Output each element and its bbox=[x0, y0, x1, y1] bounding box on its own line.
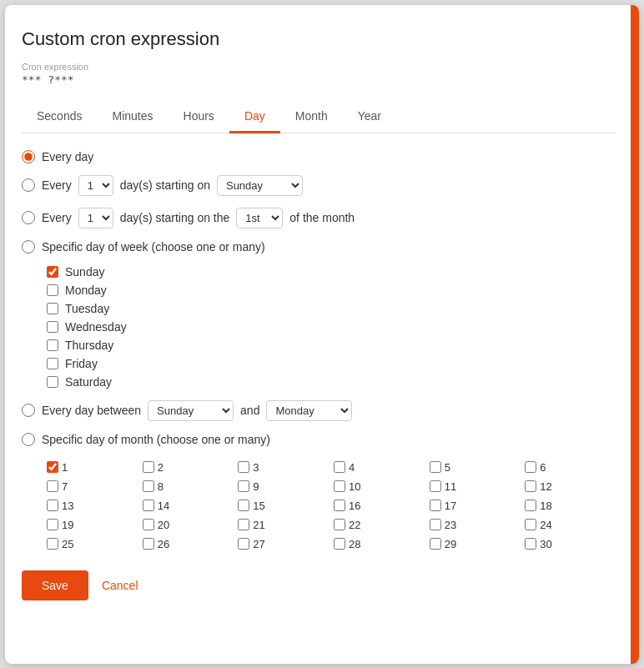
day-friday-label: Friday bbox=[65, 357, 98, 370]
tab-minutes[interactable]: Minutes bbox=[97, 101, 168, 133]
month-day-20-checkbox[interactable] bbox=[143, 519, 154, 530]
day-thursday-checkbox[interactable] bbox=[47, 339, 58, 351]
option-every-x-days-radio[interactable] bbox=[22, 178, 35, 192]
every-x-days-on-label2: day(s) starting on the bbox=[120, 211, 230, 224]
every-x-days-on-position-select[interactable]: 1st2nd3rd4th5th bbox=[236, 208, 283, 229]
month-day-17: 17 bbox=[430, 500, 521, 512]
month-day-19: 19 bbox=[47, 519, 138, 531]
month-day-14-checkbox[interactable] bbox=[143, 500, 154, 511]
option-every-day-label: Every day bbox=[42, 150, 93, 163]
day-wednesday-label: Wednesday bbox=[65, 320, 127, 334]
month-day-30-checkbox[interactable] bbox=[525, 538, 536, 550]
month-day-11-checkbox[interactable] bbox=[430, 480, 441, 492]
day-tuesday-checkbox[interactable] bbox=[47, 303, 58, 314]
month-day-27-checkbox[interactable] bbox=[238, 538, 249, 550]
month-day-11: 11 bbox=[430, 480, 521, 493]
specific-dom-label: Specific day of month (choose one or man… bbox=[42, 433, 270, 446]
tabs-container: Seconds Minutes Hours Day Month Year bbox=[22, 101, 616, 133]
month-day-10: 10 bbox=[334, 480, 425, 493]
month-day-23-checkbox[interactable] bbox=[430, 519, 441, 530]
option-every-day-radio[interactable] bbox=[22, 150, 35, 163]
month-day-17-checkbox[interactable] bbox=[430, 500, 441, 511]
option-specific-dom-radio[interactable] bbox=[22, 433, 35, 446]
month-day-15-checkbox[interactable] bbox=[238, 500, 249, 511]
month-day-8: 8 bbox=[143, 480, 234, 493]
month-day-1-checkbox[interactable] bbox=[47, 461, 58, 473]
month-day-29: 29 bbox=[430, 538, 521, 550]
month-day-28: 28 bbox=[334, 538, 425, 550]
month-day-18: 18 bbox=[525, 500, 616, 512]
month-day-2-checkbox[interactable] bbox=[143, 461, 154, 473]
month-day-16-checkbox[interactable] bbox=[334, 500, 345, 511]
month-day-19-checkbox[interactable] bbox=[47, 519, 58, 530]
day-monday-label: Monday bbox=[65, 284, 107, 297]
month-day-20: 20 bbox=[143, 519, 234, 531]
option-specific-dom-row: Specific day of month (choose one or man… bbox=[22, 433, 616, 446]
day-friday: Friday bbox=[47, 357, 616, 370]
month-day-4-checkbox[interactable] bbox=[334, 461, 345, 473]
tab-seconds[interactable]: Seconds bbox=[22, 101, 97, 133]
month-day-24: 24 bbox=[525, 519, 616, 531]
every-x-days-start-select[interactable]: SundayMondayTuesdayWednesdayThursdayFrid… bbox=[217, 175, 303, 196]
month-day-4: 4 bbox=[334, 461, 425, 474]
month-day-13-checkbox[interactable] bbox=[47, 500, 58, 511]
option-every-day-row: Every day bbox=[22, 150, 616, 163]
tab-hours[interactable]: Hours bbox=[169, 101, 229, 133]
every-x-days-count-select[interactable]: 1234567 bbox=[78, 175, 113, 196]
month-day-5-checkbox[interactable] bbox=[430, 461, 441, 473]
save-button[interactable]: Save bbox=[22, 570, 88, 600]
month-day-18-checkbox[interactable] bbox=[525, 500, 536, 511]
day-sunday-checkbox[interactable] bbox=[47, 266, 58, 278]
month-day-25-checkbox[interactable] bbox=[47, 538, 58, 550]
month-day-21-checkbox[interactable] bbox=[238, 519, 249, 530]
every-day-between-label1: Every day between bbox=[42, 404, 141, 417]
month-day-26: 26 bbox=[143, 538, 234, 550]
month-day-14: 14 bbox=[143, 500, 234, 512]
day-wednesday-checkbox[interactable] bbox=[47, 321, 58, 333]
month-day-9-checkbox[interactable] bbox=[238, 480, 249, 492]
month-day-22-checkbox[interactable] bbox=[334, 519, 345, 530]
month-day-24-checkbox[interactable] bbox=[525, 519, 536, 530]
month-day-3: 3 bbox=[238, 461, 329, 474]
option-every-day-between-radio[interactable] bbox=[22, 404, 35, 417]
month-day-26-checkbox[interactable] bbox=[143, 538, 154, 550]
month-day-3-checkbox[interactable] bbox=[238, 461, 249, 473]
buttons-row: Save Cancel bbox=[22, 570, 616, 600]
between-start-select[interactable]: SundayMondayTuesdayWednesdayThursdayFrid… bbox=[148, 400, 234, 421]
month-day-22: 22 bbox=[334, 519, 425, 531]
day-saturday-label: Saturday bbox=[65, 375, 112, 389]
day-tuesday-label: Tuesday bbox=[65, 302, 109, 315]
day-monday-checkbox[interactable] bbox=[47, 284, 58, 296]
day-sunday-label: Sunday bbox=[65, 265, 104, 279]
month-day-29-checkbox[interactable] bbox=[430, 538, 441, 550]
day-friday-checkbox[interactable] bbox=[47, 358, 58, 369]
tab-month[interactable]: Month bbox=[280, 101, 343, 133]
dialog: Custom cron expression Cron expression *… bbox=[5, 5, 639, 664]
every-x-days-label1: Every bbox=[42, 178, 72, 192]
specific-dow-label: Specific day of week (choose one or many… bbox=[42, 240, 265, 254]
tab-year[interactable]: Year bbox=[343, 101, 396, 133]
month-day-12-checkbox[interactable] bbox=[525, 480, 536, 492]
month-day-23: 23 bbox=[430, 519, 521, 531]
month-day-7-checkbox[interactable] bbox=[47, 480, 58, 492]
day-saturday-checkbox[interactable] bbox=[47, 376, 58, 388]
every-x-days-on-count-select[interactable]: 1234567 bbox=[78, 208, 113, 229]
month-day-10-checkbox[interactable] bbox=[334, 480, 345, 492]
month-day-1: 1 bbox=[47, 461, 138, 474]
option-every-x-days-on-radio[interactable] bbox=[22, 211, 35, 224]
month-day-6: 6 bbox=[525, 461, 616, 474]
month-day-6-checkbox[interactable] bbox=[525, 461, 536, 473]
month-day-8-checkbox[interactable] bbox=[143, 480, 154, 492]
every-x-days-label2: day(s) starting on bbox=[120, 178, 210, 192]
month-day-2: 2 bbox=[143, 461, 234, 474]
month-day-16: 16 bbox=[334, 500, 425, 512]
option-specific-dow-radio[interactable] bbox=[22, 240, 35, 254]
cancel-button[interactable]: Cancel bbox=[102, 579, 138, 592]
day-thursday: Thursday bbox=[47, 339, 616, 352]
month-day-25: 25 bbox=[47, 538, 138, 550]
day-thursday-label: Thursday bbox=[65, 339, 113, 352]
option-every-day-between-row: Every day between SundayMondayTuesdayWed… bbox=[22, 400, 616, 421]
tab-day[interactable]: Day bbox=[229, 101, 280, 133]
month-day-28-checkbox[interactable] bbox=[334, 538, 345, 550]
between-end-select[interactable]: SundayMondayTuesdayWednesdayThursdayFrid… bbox=[266, 400, 352, 421]
